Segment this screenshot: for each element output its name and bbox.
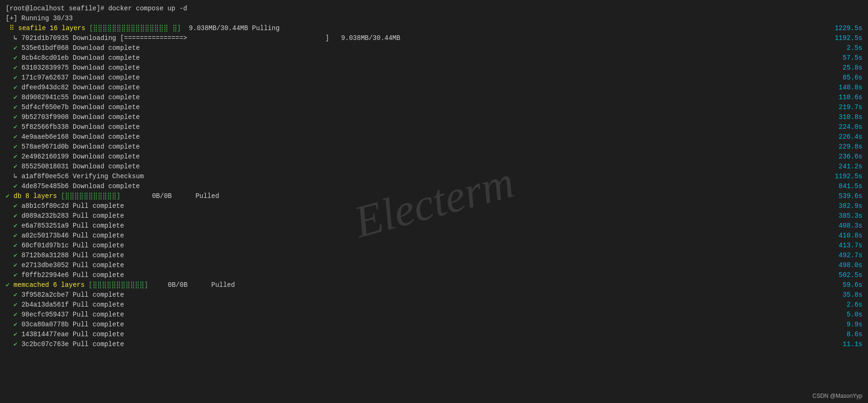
line-time: 8.6s xyxy=(825,330,862,340)
terminal-line: ✔ e2713dbe3052 Pull complete498.0s xyxy=(6,261,862,270)
line-content: ✔ 143814477eae Pull complete xyxy=(6,330,825,340)
terminal-line: ✔ 2b4a13da561f Pull complete2.6s xyxy=(6,300,862,310)
terminal-line: ✔ 171c97a62637 Download complete85.6s xyxy=(6,73,862,83)
terminal-line: ✔ 98ecfc959437 Pull complete5.0s xyxy=(6,310,862,320)
line-time: 408.3s xyxy=(825,221,862,231)
line-time: 502.5s xyxy=(825,270,862,280)
terminal-line: ✔ 2e4962160199 Download complete236.6s xyxy=(6,152,862,162)
line-time: 841.5s xyxy=(825,182,862,191)
line-time: 410.8s xyxy=(825,231,862,241)
line-content: ✔ 535e61bdf068 Download complete xyxy=(6,43,825,53)
line-content: ✔ 03ca80a0778b Pull complete xyxy=(6,320,825,330)
terminal-line: ✔ 143814477eae Pull complete8.6s xyxy=(6,330,862,340)
terminal-line: ✔ 855250818031 Download complete241.2s xyxy=(6,162,862,172)
terminal-line: ✔ memcached 6 layers [⣿⣿⣿⣿⣿⣿⣿⣿⣿⣿⣿] 0B/0B… xyxy=(6,280,862,290)
terminal-line: ✔ 9b52703f9908 Download complete310.8s xyxy=(6,112,862,122)
line-time: 1192.5s xyxy=(825,172,862,182)
terminal-line: ✔ 3c2bc07c763e Pull complete11.1s xyxy=(6,340,862,349)
line-time: 310.8s xyxy=(825,112,862,122)
line-time: 2.6s xyxy=(825,300,862,310)
line-time: 382.9s xyxy=(825,201,862,211)
line-content: ✔ 2e4962160199 Download complete xyxy=(6,152,825,162)
terminal-line: ↳ a1af8f0ee5c6 Verifying Checksum1192.5s xyxy=(6,172,862,182)
terminal-line: ✔ a8b1c5f80c2d Pull complete382.9s xyxy=(6,201,862,211)
line-content: [+] Running 30/33 xyxy=(6,14,862,24)
line-time: 57.5s xyxy=(825,53,862,63)
terminal-line: [+] Running 30/33 xyxy=(6,14,862,24)
terminal-line: ✔ f0ffb22994e6 Pull complete502.5s xyxy=(6,270,862,280)
csdn-badge: CSDN @MasonYyp xyxy=(813,393,862,399)
terminal-line: ✔ 5df4cf650e7b Download complete219.7s xyxy=(6,103,862,112)
line-content: ✔ 8cb4c8cd01eb Download complete xyxy=(6,53,825,63)
line-time: 224.0s xyxy=(825,122,862,132)
line-content: ✔ a02c50173b46 Pull complete xyxy=(6,231,825,241)
line-time: 110.6s xyxy=(825,93,862,103)
line-content: ✔ 5f82566fb338 Download complete xyxy=(6,122,825,132)
line-content: ↳ a1af8f0ee5c6 Verifying Checksum xyxy=(6,172,825,182)
line-time: 539.6s xyxy=(825,191,862,201)
line-time: 85.6s xyxy=(825,73,862,83)
line-content: ✔ 9b52703f9908 Download complete xyxy=(6,112,825,122)
line-content: ✔ 855250818031 Download complete xyxy=(6,162,825,172)
line-time: 229.8s xyxy=(825,142,862,152)
terminal-line: ✔ 3f9582a2cbe7 Pull complete35.8s xyxy=(6,290,862,300)
terminal-line: ↳ 7021d1b70935 Downloading [============… xyxy=(6,33,862,43)
line-content: ⠿ seafile 16 layers [⣿⣿⣿⣿⣿⣿⣿⣿⣿⣿⣿⣿⣿⣿⣿⣿ ⣿]… xyxy=(6,24,825,33)
line-time: 241.2s xyxy=(825,162,862,172)
line-content: ✔ e2713dbe3052 Pull complete xyxy=(6,261,825,270)
line-content: ✔ memcached 6 layers [⣿⣿⣿⣿⣿⣿⣿⣿⣿⣿⣿] 0B/0B… xyxy=(6,280,825,290)
line-content: ✔ 4de875e485b6 Download complete xyxy=(6,182,825,191)
line-time: 492.7s xyxy=(825,251,862,261)
terminal-line: ✔ db 8 layers [⣿⣿⣿⣿⣿⣿⣿⣿⣿⣿⣿] 0B/0B Pulled… xyxy=(6,191,862,201)
terminal-line: ✔ 5f82566fb338 Download complete224.0s xyxy=(6,122,862,132)
terminal-line: ✔ 8712b8a31288 Pull complete492.7s xyxy=(6,251,862,261)
line-content: ✔ 60cf01d97b1c Pull complete xyxy=(6,241,825,251)
terminal-line: ✔ e6a7853251a9 Pull complete408.3s xyxy=(6,221,862,231)
line-content: ✔ d089a232b283 Pull complete xyxy=(6,211,825,221)
terminal-output: [root@localhost seafile]# docker compose… xyxy=(6,4,862,349)
terminal-line: ✔ 8d9082941c55 Download complete110.6s xyxy=(6,93,862,103)
line-time: 25.8s xyxy=(825,63,862,73)
terminal-line: [root@localhost seafile]# docker compose… xyxy=(6,4,862,14)
line-content: ✔ 3f9582a2cbe7 Pull complete xyxy=(6,290,825,300)
terminal-line: ✔ dfeed943dc82 Download complete148.8s xyxy=(6,83,862,93)
line-content: ✔ db 8 layers [⣿⣿⣿⣿⣿⣿⣿⣿⣿⣿⣿] 0B/0B Pulled xyxy=(6,191,825,201)
terminal-window: Electerm [root@localhost seafile]# docke… xyxy=(0,0,868,403)
line-content: ✔ 171c97a62637 Download complete xyxy=(6,73,825,83)
line-content: ✔ 8d9082941c55 Download complete xyxy=(6,93,825,103)
line-content: ✔ 5df4cf650e7b Download complete xyxy=(6,103,825,112)
terminal-line: ✔ 631032839975 Download complete25.8s xyxy=(6,63,862,73)
line-content: ✔ dfeed943dc82 Download complete xyxy=(6,83,825,93)
line-time: 148.8s xyxy=(825,83,862,93)
line-time: 413.7s xyxy=(825,241,862,251)
line-time: 2.5s xyxy=(825,43,862,53)
line-content: ✔ 631032839975 Download complete xyxy=(6,63,825,73)
line-content: ✔ 8712b8a31288 Pull complete xyxy=(6,251,825,261)
terminal-line: ✔ 4de875e485b6 Download complete841.5s xyxy=(6,182,862,191)
line-time: 35.8s xyxy=(825,290,862,300)
line-content: ✔ 4e9aaeb6e168 Download complete xyxy=(6,132,825,142)
line-content: ✔ 3c2bc07c763e Pull complete xyxy=(6,340,825,349)
terminal-line: ✔ 60cf01d97b1c Pull complete413.7s xyxy=(6,241,862,251)
terminal-line: ⠿ seafile 16 layers [⣿⣿⣿⣿⣿⣿⣿⣿⣿⣿⣿⣿⣿⣿⣿⣿ ⣿]… xyxy=(6,24,862,33)
line-time: 219.7s xyxy=(825,103,862,112)
line-time: 236.6s xyxy=(825,152,862,162)
line-time: 59.6s xyxy=(825,280,862,290)
terminal-line: ✔ 03ca80a0778b Pull complete9.9s xyxy=(6,320,862,330)
terminal-line: ✔ 578ae9671d0b Download complete229.8s xyxy=(6,142,862,152)
line-content: [root@localhost seafile]# docker compose… xyxy=(6,4,862,14)
line-time: 9.9s xyxy=(825,320,862,330)
line-content: ✔ a8b1c5f80c2d Pull complete xyxy=(6,201,825,211)
line-content: ✔ 98ecfc959437 Pull complete xyxy=(6,310,825,320)
line-content: ↳ 7021d1b70935 Downloading [============… xyxy=(6,33,825,43)
terminal-line: ✔ d089a232b283 Pull complete385.3s xyxy=(6,211,862,221)
line-time: 11.1s xyxy=(825,340,862,349)
line-time: 498.0s xyxy=(825,261,862,270)
terminal-line: ✔ 4e9aaeb6e168 Download complete226.4s xyxy=(6,132,862,142)
line-time: 1192.5s xyxy=(825,33,862,43)
line-content: ✔ 2b4a13da561f Pull complete xyxy=(6,300,825,310)
line-time: 385.3s xyxy=(825,211,862,221)
terminal-line: ✔ a02c50173b46 Pull complete410.8s xyxy=(6,231,862,241)
line-content: ✔ 578ae9671d0b Download complete xyxy=(6,142,825,152)
line-time: 226.4s xyxy=(825,132,862,142)
